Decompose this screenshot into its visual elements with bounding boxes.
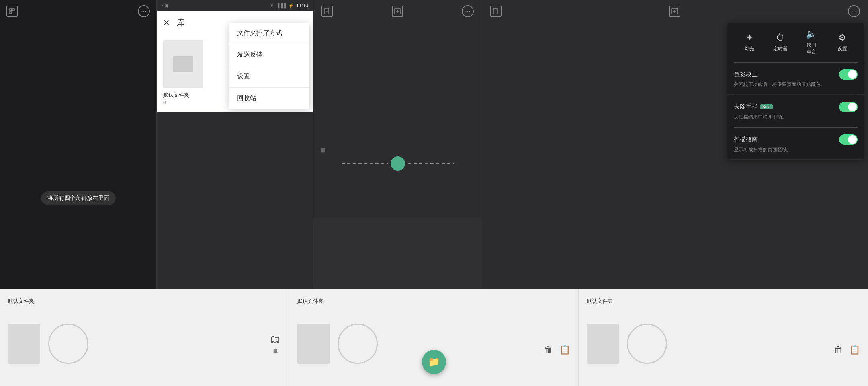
bottom-section-3: 默认文件夹 🗑 📋 [579,290,868,386]
panel1-header: ··· [0,0,156,23]
color-correction-title: 色彩校正 [734,71,758,78]
battery-icon: ⚡ [288,3,294,8]
bottom-circle-2 [338,324,378,364]
bottom-bar: 默认文件夹 🗂 库 默认文件夹 📁 🗑 📋 默认文件夹 🗑 📋 [0,290,868,386]
settings-tool-settings[interactable]: ⚙ 设置 [830,33,854,52]
bottom-library-icon[interactable]: 🗂 库 [270,333,281,355]
bottom-thumb-2 [297,324,330,364]
panel3-doc-icon[interactable] [321,6,333,17]
panel-settings-host: ··· ✦ 灯光 ⏱ 定时器 🔈 快门声音 ⚙ 设置 [482,0,868,290]
bottom-folder-label-1: 默认文件夹 [8,298,34,305]
panel4-doc-icon[interactable] [490,6,502,17]
bottom-circle-3 [627,324,667,364]
timer-label: 定时器 [773,45,788,52]
shutter-icon: 🔈 [806,29,817,39]
folder-thumbnail[interactable] [163,40,203,88]
light-label: 灯光 [745,45,754,52]
svg-rect-0 [10,9,12,11]
scan-preview [313,217,482,290]
bottom-fab-button[interactable]: 📁 [422,350,446,374]
beta-badge: Beta [760,104,773,109]
panel3-more-icon[interactable]: ··· [462,5,474,17]
settings-tool-shutter[interactable]: 🔈 快门声音 [799,29,823,55]
light-icon: ✦ [746,33,753,43]
folder-open-icon: 🗂 [270,333,281,346]
library-label: 库 [273,348,278,355]
panel1-icon-square[interactable] [6,6,18,17]
settings-item-color: 色彩校正 关闭校正功能后，将保留页面的原始颜色。 [727,63,864,95]
status-bar: ▪ ▣ ▼ ▐▐▐ ⚡ 11:10 [157,0,313,11]
panel-scanner: ··· 关卡描述可以为您当前当前描述 [313,0,482,290]
settings-panel: ✦ 灯光 ⏱ 定时器 🔈 快门声音 ⚙ 设置 [727,23,864,160]
svg-rect-2 [10,12,12,14]
settings-tool-timer[interactable]: ⏱ 定时器 [768,33,792,52]
dropdown-item-sort[interactable]: 文件夹排序方式 [229,23,309,44]
folder-thumb-inner [173,56,193,72]
delete-icon-2[interactable]: 🗑 [544,345,553,355]
scan-line [342,148,454,164]
scan-guide-title: 扫描指南 [734,136,758,143]
timer-icon: ⏱ [776,33,785,43]
svg-point-10 [391,156,405,171]
color-correction-desc: 关闭校正功能后，将保留页面的原始颜色。 [734,81,858,88]
tooltip-bubble: 将所有四个角都放在里面 [41,191,116,205]
settings-label: 设置 [837,45,847,52]
settings-tool-light[interactable]: ✦ 灯光 [737,33,762,52]
dropdown-item-settings[interactable]: 设置 [229,66,309,88]
panel-library: ▪ ▣ ▼ ▐▐▐ ⚡ 11:10 ✕ 库 默认文件夹 0 文件夹排序方式 发送 [157,0,313,290]
dropdown-item-trash[interactable]: 回收站 [229,88,309,109]
dropdown-item-feedback[interactable]: 发送反馈 [229,44,309,66]
svg-rect-12 [493,8,497,14]
copy-icon-3[interactable]: 📋 [849,345,860,355]
bottom-folder-label-2: 默认文件夹 [297,298,323,305]
panel3-header: ··· [313,0,482,23]
close-button[interactable]: ✕ [163,18,170,27]
bottom-action-icons-2: 🗑 📋 [544,333,570,355]
gear-icon: ⚙ [838,33,846,43]
remove-fingers-toggle[interactable] [839,102,858,112]
settings-item-fingers: 去除手指 Beta 从扫描结果中移开手指。 [727,95,864,127]
delete-icon-3[interactable]: 🗑 [834,345,843,355]
status-icons-right: ▼ ▐▐▐ ⚡ 11:10 [270,3,308,8]
status-icons-left: ▪ ▣ [162,3,168,8]
fab-folder-icon: 📁 [428,356,440,368]
app-icon-small: ▪ ▣ [162,3,168,8]
scan-area: 关卡描述可以为您当前当前描述 [313,23,482,290]
panel-dark-scanner: ··· 将所有四个角都放在里面 [0,0,157,290]
scan-guide-desc: 显示将被扫描的页面区域。 [734,146,858,153]
panel4-more-icon[interactable]: ··· [848,5,860,17]
bottom-section-1: 默认文件夹 🗂 库 [0,290,289,386]
panel1-more-icon[interactable]: ··· [138,5,150,17]
panel2-title: 库 [176,17,184,28]
bottom-thumb-3 [587,324,619,364]
shutter-label: 快门声音 [807,42,816,55]
panel3-add-icon[interactable] [392,6,403,17]
color-correction-toggle[interactable] [839,69,858,80]
dropdown-menu: 文件夹排序方式 发送反馈 设置 回收站 [229,23,309,109]
bottom-circle-1 [48,324,88,364]
remove-fingers-title: 去除手指 [734,103,758,111]
bottom-section-2: 默认文件夹 📁 🗑 📋 [289,290,579,386]
remove-fingers-desc: 从扫描结果中移开手指。 [734,114,858,121]
settings-item-color-header: 色彩校正 [734,69,858,80]
scan-guide-toggle[interactable] [839,134,858,145]
copy-icon-2[interactable]: 📋 [559,345,570,355]
settings-item-fingers-header: 去除手指 Beta [734,102,858,112]
settings-item-guide: 扫描指南 显示将被扫描的页面区域。 [727,128,864,160]
status-time: 11:10 [296,3,308,8]
settings-item-guide-header: 扫描指南 [734,134,858,145]
panel4-header: ··· [482,0,868,23]
bottom-thumb-1 [8,324,40,364]
signal-icon: ▐▐▐ [276,3,286,8]
bottom-folder-label-3: 默认文件夹 [587,298,613,305]
wifi-icon: ▼ [270,3,274,8]
bottom-action-icons-3: 🗑 📋 [834,333,860,355]
panel4-add-icon[interactable] [669,6,680,17]
settings-toolbar: ✦ 灯光 ⏱ 定时器 🔈 快门声音 ⚙ 设置 [727,23,864,62]
svg-rect-1 [12,9,14,11]
